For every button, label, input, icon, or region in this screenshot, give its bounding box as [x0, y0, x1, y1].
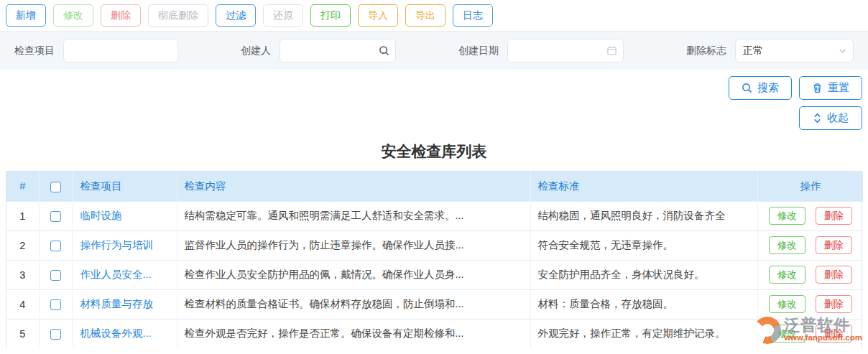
search-button[interactable]: 搜索 [729, 76, 792, 100]
toolbar-button[interactable]: 日志 [453, 4, 493, 27]
app-window: 新增 修改 删除 彻底删除 过滤 还原 打印 导入 导出 日志 检查项目 创建人 [0, 0, 868, 354]
filter-field-item: 检查项目 [14, 39, 178, 62]
item-link[interactable]: 作业人员安全... [80, 268, 170, 281]
row-edit-button[interactable]: 修改 [769, 207, 805, 225]
standard-cell: 结构稳固，通风照明良好，消防设备齐全 [530, 201, 757, 230]
row-delete-button[interactable]: 删除 [816, 325, 852, 343]
row-delete-button[interactable]: 删除 [816, 236, 852, 254]
row-edit-button[interactable]: 修改 [769, 295, 805, 313]
content-cell: 检查外观是否完好，操作是否正常。确保设备有定期检修和... [177, 319, 530, 348]
collapse-button-label: 收起 [827, 111, 849, 125]
reset-button[interactable]: 重置 [799, 76, 862, 100]
header-item: 检查项目 [73, 172, 177, 201]
toolbar-button[interactable]: 打印 [310, 4, 351, 27]
row-checkbox[interactable] [50, 211, 61, 222]
toolbar-button[interactable]: 过滤 [216, 4, 256, 27]
toolbar-button[interactable]: 删除 [101, 4, 141, 27]
row-checkbox[interactable] [50, 241, 61, 251]
item-filter-label: 检查项目 [14, 45, 55, 57]
content-cell: 监督作业人员的操作行为，防止违章操作。确保作业人员接... [177, 230, 530, 260]
row-checkbox[interactable] [50, 329, 61, 340]
toolbar-button[interactable]: 彻底删除 [148, 4, 208, 27]
select-all-checkbox[interactable] [50, 182, 61, 192]
toolbar-button[interactable]: 修改 [53, 4, 93, 27]
toolbar-button[interactable]: 导入 [358, 4, 398, 27]
row-delete-button[interactable]: 删除 [816, 295, 852, 313]
content-cell: 检查材料的质量合格证书。确保材料存放稳固，防止倒塌和... [177, 289, 530, 319]
toolbar-button[interactable]: 导出 [405, 4, 445, 27]
row-delete-button[interactable]: 删除 [816, 207, 852, 225]
row-index: 4 [6, 289, 39, 319]
row-checkbox[interactable] [50, 299, 61, 310]
delete-flag-label: 删除标志 [686, 45, 726, 57]
filter-field-date: 创建日期 [458, 39, 624, 62]
table-header-row: # 检查项目 检查内容 检查标准 操作 [6, 172, 863, 201]
delete-flag-selected-value: 正常 [743, 45, 763, 57]
table-row: 2 操作行为与培训 监督作业人员的操作行为，防止违章操作。确保作业人员接... … [6, 230, 863, 260]
item-filter-input[interactable] [63, 39, 178, 62]
filter-panel: 检查项目 创建人 创建日期 删除标志 正常 [0, 32, 868, 70]
table-row: 4 材料质量与存放 检查材料的质量合格证书。确保材料存放稳固，防止倒塌和... … [6, 289, 863, 319]
header-standard: 检查标准 [530, 172, 757, 201]
item-link[interactable]: 临时设施 [80, 209, 170, 223]
row-index: 2 [6, 230, 39, 260]
content-cell: 结构需稳定可靠。通风和照明需满足工人舒适和安全需求。... [177, 201, 530, 230]
creator-filter-label: 创建人 [241, 45, 271, 57]
row-checkbox[interactable] [50, 270, 61, 281]
table-row: 3 作业人员安全... 检查作业人员安全防护用品的佩，戴情况。确保作业人员身..… [6, 260, 863, 289]
row-edit-button[interactable]: 修改 [769, 266, 805, 284]
filter-field-delete-flag: 删除标志 正常 [686, 39, 854, 62]
row-edit-button[interactable]: 修改 [769, 325, 805, 343]
search-button-label: 搜索 [757, 81, 779, 95]
standard-cell: 外观完好，操作正常，有定期维护记录。 [530, 319, 757, 348]
search-icon [742, 83, 752, 93]
row-index: 3 [6, 260, 39, 289]
date-filter-label: 创建日期 [458, 45, 499, 57]
content-cell: 检查作业人员安全防护用品的佩，戴情况。确保作业人员身... [177, 260, 530, 289]
item-link[interactable]: 材料质量与存放 [80, 297, 170, 311]
item-link[interactable]: 机械设备外观... [80, 327, 170, 340]
row-edit-button[interactable]: 修改 [769, 236, 805, 254]
standard-cell: 材料：质量合格，存放稳固。 [530, 289, 757, 319]
search-icon[interactable] [379, 45, 389, 56]
table-row: 5 机械设备外观... 检查外观是否完好，操作是否正常。确保设备有定期检修和..… [6, 319, 863, 348]
toolbar-button[interactable]: 新增 [6, 4, 46, 27]
item-link[interactable]: 操作行为与培训 [80, 238, 170, 252]
row-delete-button[interactable]: 删除 [816, 266, 852, 284]
standard-cell: 安全防护用品齐全，身体状况良好。 [530, 260, 757, 289]
collapse-button[interactable]: 收起 [799, 106, 862, 130]
row-index: 1 [6, 201, 39, 230]
header-actions: 操作 [757, 172, 863, 201]
toolbar-button[interactable]: 还原 [263, 4, 303, 27]
row-index: 5 [6, 319, 39, 348]
standard-cell: 符合安全规范，无违章操作。 [530, 230, 757, 260]
reset-button-label: 重置 [828, 81, 849, 95]
collapse-row: 收起 [0, 100, 868, 130]
header-content: 检查内容 [177, 172, 530, 201]
table-row: 1 临时设施 结构需稳定可靠。通风和照明需满足工人舒适和安全需求。... 结构稳… [6, 201, 863, 230]
calendar-icon[interactable] [606, 45, 617, 56]
collapse-icon [813, 113, 822, 124]
trash-icon [812, 83, 823, 93]
inspection-table: # 检查项目 检查内容 检查标准 操作 1 临时设施 结构需稳定可靠。通风和照明… [6, 171, 862, 348]
chevron-down-icon [838, 46, 847, 55]
delete-flag-select[interactable]: 正常 [735, 39, 854, 62]
page-title: 安全检查库列表 [0, 141, 868, 162]
toolbar: 新增 修改 删除 彻底删除 过滤 还原 打印 导入 导出 日志 [0, 0, 868, 32]
header-index: # [6, 172, 39, 201]
filter-actions-row: 搜索 重置 [0, 70, 868, 100]
filter-field-creator: 创建人 [241, 39, 396, 62]
